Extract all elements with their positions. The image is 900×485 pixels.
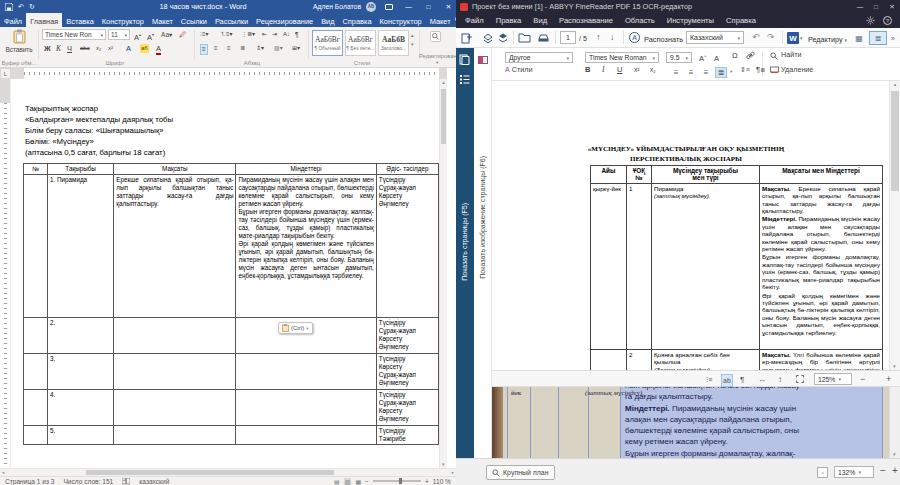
menu-Вид[interactable]: Вид bbox=[527, 16, 553, 25]
tab-Рецензирование[interactable]: Рецензирование bbox=[252, 13, 317, 27]
align-left-icon[interactable]: ≡ bbox=[200, 44, 208, 55]
maximize-button[interactable]: □ bbox=[868, 0, 884, 13]
link-icon[interactable] bbox=[746, 51, 755, 60]
web-layout-icon[interactable]: ▦ bbox=[355, 478, 361, 485]
minimize-button[interactable]: — bbox=[401, 0, 416, 13]
print-layout-icon[interactable]: ▥ bbox=[344, 478, 352, 485]
increase-indent-icon[interactable]: ⇥ bbox=[272, 30, 277, 39]
settings-gear-icon[interactable] bbox=[866, 16, 875, 25]
text-effects-icon[interactable]: А bbox=[126, 44, 131, 53]
italic-button[interactable]: К bbox=[56, 44, 61, 53]
recognize-icon[interactable]: A bbox=[629, 32, 640, 43]
read-mode-icon[interactable]: ▤ bbox=[334, 478, 340, 485]
text-highlight-icon[interactable]: ab bbox=[721, 374, 733, 387]
table-cell[interactable] bbox=[114, 354, 236, 390]
shrink-font-button[interactable]: А▾ bbox=[147, 30, 154, 42]
decrease-indent-icon[interactable]: ⇤ bbox=[262, 30, 267, 39]
table-cell[interactable]: 4. bbox=[48, 390, 114, 426]
align-right-icon[interactable]: ≡ bbox=[227, 44, 231, 53]
shading-icon[interactable]: ▨▾ bbox=[274, 44, 283, 53]
redo-icon[interactable]: ↷ bbox=[767, 32, 775, 43]
clear-formatting-icon[interactable]: 🖉 bbox=[179, 30, 187, 39]
style-normal[interactable]: АаБбВг¶ Обычный bbox=[312, 30, 343, 56]
paragraph-marks-icon[interactable]: ¶≣ bbox=[756, 65, 765, 75]
close-button[interactable]: ✕ bbox=[884, 0, 900, 13]
closeup-scan-pane[interactable]: йек (заттық мүсіндеу). лып арқылы балшық… bbox=[492, 387, 900, 458]
mode-select[interactable]: Редактиру ▾ bbox=[808, 34, 847, 46]
strikethrough-button[interactable]: abc bbox=[80, 44, 90, 53]
tab-Файл[interactable]: Файл bbox=[0, 13, 26, 27]
tab-Макет[interactable]: Макет bbox=[148, 13, 177, 27]
table-cell[interactable]: Түсіндіру Сұрақ-жауап Көрсету Әңгімелеу bbox=[376, 175, 438, 318]
recognize-button[interactable]: Распознать bbox=[644, 34, 683, 45]
line-spacing-icon[interactable]: ⇕▾ bbox=[256, 44, 264, 53]
open-folder-icon[interactable] bbox=[518, 32, 531, 43]
view-image-button[interactable]: ▦ bbox=[850, 31, 868, 45]
word-count[interactable]: Число слов: 151 bbox=[63, 478, 113, 485]
find-label[interactable]: Найти bbox=[781, 50, 802, 60]
table-cell[interactable]: Түсіндіру Сұрақ-жауап Көрсету Әңгімелеу bbox=[376, 390, 438, 426]
scan-icon[interactable] bbox=[537, 32, 550, 43]
paste-button[interactable]: Вставить bbox=[4, 29, 34, 62]
organize-pages-icon[interactable] bbox=[482, 32, 494, 44]
table-cell[interactable] bbox=[236, 426, 376, 445]
bold-button[interactable]: B bbox=[585, 65, 590, 75]
table-cell[interactable]: 2. bbox=[48, 318, 114, 354]
tab-Главная[interactable]: Главная bbox=[26, 13, 62, 27]
search-icon[interactable] bbox=[770, 52, 778, 60]
table-cell[interactable]: Түсіндіру Тәжірибе bbox=[376, 426, 438, 445]
editing-dropdown-icon[interactable]: ▾ bbox=[436, 58, 438, 67]
table-cell[interactable]: 5. bbox=[48, 426, 114, 445]
maximize-button[interactable]: □ bbox=[421, 0, 436, 13]
table-cell[interactable] bbox=[24, 318, 48, 354]
superscript-button[interactable]: x² bbox=[108, 44, 113, 53]
minimize-button[interactable]: — bbox=[852, 0, 868, 13]
subscript-button[interactable]: x₂ bbox=[650, 65, 656, 75]
menu-Правка[interactable]: Правка bbox=[490, 16, 528, 25]
help-icon[interactable]: ? bbox=[883, 16, 892, 25]
styles-gallery-scroll[interactable]: ▴▾ bbox=[411, 31, 414, 49]
multilevel-list-icon[interactable]: ⋮≣▾ bbox=[241, 30, 255, 39]
zoom-slider[interactable] bbox=[373, 480, 421, 482]
table-cell[interactable] bbox=[114, 426, 236, 445]
month-cell[interactable]: қыркү-йек bbox=[591, 183, 627, 349]
user-name[interactable]: Адлен Болатов bbox=[313, 3, 361, 10]
font-name-select[interactable]: Times New Ron▾ bbox=[42, 29, 106, 40]
tab-Ссылки[interactable]: Ссылки bbox=[177, 13, 211, 27]
number-cell[interactable]: 2 bbox=[627, 349, 652, 370]
align-right-icon[interactable]: ≡ bbox=[700, 67, 712, 78]
justify-icon[interactable]: ≣ bbox=[715, 67, 727, 78]
style-no-spacing[interactable]: АаБбВг¶ Без инте... bbox=[345, 30, 376, 56]
toolbar-overflow-icon[interactable]: » bbox=[891, 33, 895, 44]
scan-zoom-out-icon[interactable]: − bbox=[880, 465, 886, 476]
numbering-icon[interactable]: ⒈≡▾ bbox=[220, 30, 233, 39]
avatar[interactable]: АБ bbox=[366, 2, 376, 12]
tab-Макет[interactable]: Макет bbox=[426, 13, 455, 27]
table-cell[interactable]: Пирамиданың мүсінін жасау үшін алақан ме… bbox=[236, 175, 376, 318]
table-cell[interactable] bbox=[236, 390, 376, 426]
borders-icon[interactable]: ⊞▾ bbox=[292, 44, 300, 53]
scan-zoom-select[interactable]: 132%▾ bbox=[834, 466, 874, 478]
page-indicator[interactable]: Страница 1 из 3 bbox=[5, 478, 54, 485]
scan-v-scrollbar[interactable]: ▾ bbox=[889, 387, 900, 458]
font-size-select[interactable]: 9.5▾ bbox=[666, 52, 692, 63]
zoom-out-icon[interactable]: − bbox=[365, 478, 369, 485]
table-cell[interactable] bbox=[114, 390, 236, 426]
style-heading[interactable]: АаБбВЗаголово... bbox=[378, 30, 409, 56]
underline-button[interactable]: U bbox=[617, 65, 622, 75]
word-document-page[interactable]: Тақырыптық жоспар«Балдырған» мектепалды … bbox=[11, 79, 447, 468]
table-cell[interactable]: 1. Пирамида bbox=[48, 175, 114, 318]
vertical-ruler[interactable] bbox=[0, 79, 11, 468]
tab-selector[interactable]: L bbox=[0, 68, 11, 79]
show-pages-label[interactable]: Показать страницы (F5) bbox=[461, 203, 468, 281]
pages-panel-icon[interactable] bbox=[459, 54, 470, 66]
table-cell[interactable] bbox=[24, 390, 48, 426]
horizontal-ruler[interactable] bbox=[11, 68, 447, 79]
ocr-language-select[interactable]: Казахский▾ bbox=[686, 31, 744, 44]
zoom-out-icon[interactable]: − bbox=[860, 374, 865, 385]
find-icon[interactable] bbox=[430, 31, 441, 42]
topic-cell[interactable]: Қоянға арналған сәбіз бен қызылша(Заттық… bbox=[652, 349, 760, 370]
undo-icon[interactable]: ↶ bbox=[18, 3, 24, 11]
styles-button[interactable]: А Стили bbox=[505, 65, 533, 75]
menu-Распознавание[interactable]: Распознавание bbox=[553, 16, 619, 25]
